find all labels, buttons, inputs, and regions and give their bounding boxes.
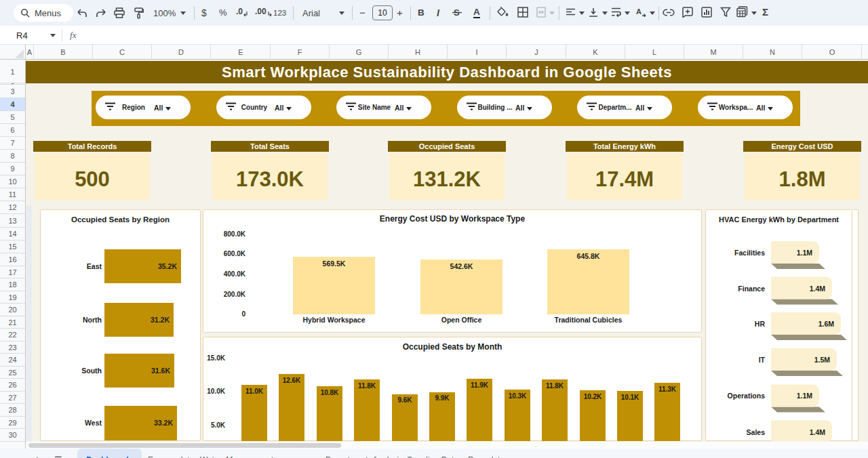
svg-text:.00: .00 [255,7,267,16]
svg-text:A: A [636,7,642,16]
svg-text:.0: .0 [236,7,243,16]
